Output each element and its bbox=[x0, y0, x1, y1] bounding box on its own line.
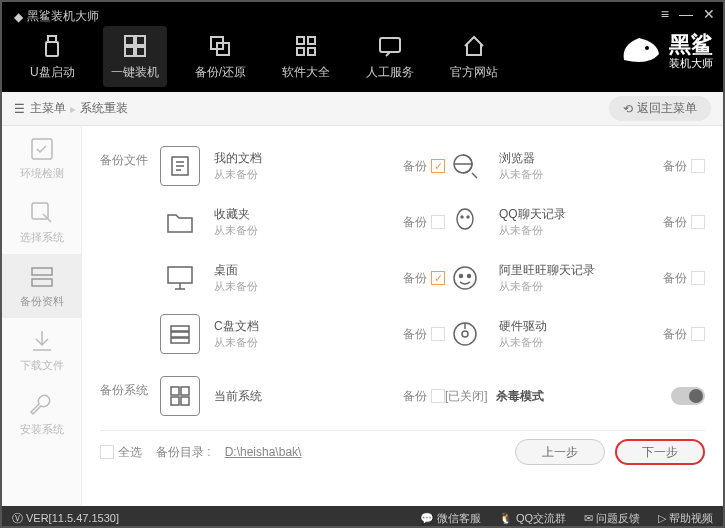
desktop-icon bbox=[160, 258, 200, 298]
grid-icon bbox=[282, 32, 330, 60]
sidebar-item-env[interactable]: 环境检测 bbox=[2, 126, 81, 190]
kill-toggle[interactable] bbox=[671, 387, 705, 405]
checkbox[interactable]: ✓ bbox=[431, 159, 445, 173]
return-button[interactable]: ⟲ 返回主菜单 bbox=[609, 96, 711, 121]
bottom-bar: 全选 备份目录 : D:\heisha\bak\ 上一步 下一步 bbox=[100, 430, 705, 473]
windows-icon bbox=[111, 32, 159, 60]
nav-install[interactable]: 一键装机 bbox=[103, 26, 167, 87]
nav-website[interactable]: 官方网站 bbox=[442, 26, 506, 87]
drive-icon bbox=[160, 314, 200, 354]
header: ◆ 黑鲨装机大师 ≡ — ✕ U盘启动 一键装机 备份/还原 软件大全 人工服务 bbox=[2, 2, 723, 92]
wrench-icon bbox=[29, 392, 55, 418]
svg-rect-17 bbox=[32, 279, 52, 286]
window-controls: ≡ — ✕ bbox=[661, 6, 715, 22]
svg-rect-12 bbox=[380, 38, 400, 52]
menu-icon[interactable]: ≡ bbox=[661, 6, 669, 22]
footer-wechat[interactable]: 💬 微信客服 bbox=[420, 511, 481, 526]
svg-point-30 bbox=[460, 275, 463, 278]
svg-point-31 bbox=[468, 275, 471, 278]
checkbox[interactable] bbox=[691, 271, 705, 285]
svg-rect-5 bbox=[136, 47, 145, 56]
sidebar-item-backup[interactable]: 备份资料 bbox=[2, 254, 81, 318]
svg-rect-8 bbox=[297, 37, 304, 44]
chat-icon bbox=[366, 32, 414, 60]
folder-icon bbox=[160, 202, 200, 242]
nav-software[interactable]: 软件大全 bbox=[274, 26, 338, 87]
document-icon bbox=[160, 146, 200, 186]
qq-icon bbox=[445, 202, 485, 242]
item-name: 浏览器 bbox=[499, 150, 663, 167]
next-button[interactable]: 下一步 bbox=[615, 439, 705, 465]
nav-backup[interactable]: 备份/还原 bbox=[187, 26, 254, 87]
footer-feedback[interactable]: ✉ 问题反馈 bbox=[584, 511, 640, 526]
svg-rect-32 bbox=[171, 326, 189, 331]
section-system-title: 备份系统 bbox=[100, 368, 160, 424]
sidebar: 环境检测 选择系统 备份资料 下载文件 安装系统 bbox=[2, 126, 82, 506]
svg-rect-34 bbox=[171, 338, 189, 343]
return-icon: ⟲ bbox=[623, 102, 633, 116]
svg-rect-10 bbox=[297, 48, 304, 55]
checkbox[interactable] bbox=[691, 327, 705, 341]
svg-point-24 bbox=[461, 216, 463, 218]
footer: Ⓥ VER[11.5.47.1530] 💬 微信客服 🐧 QQ交流群 ✉ 问题反… bbox=[2, 506, 723, 528]
minimize-icon[interactable]: — bbox=[679, 6, 693, 22]
home-icon bbox=[450, 32, 498, 60]
svg-rect-39 bbox=[181, 387, 189, 395]
breadcrumb-home[interactable]: 主菜单 bbox=[30, 100, 66, 117]
nav-tabs: U盘启动 一键装机 备份/还原 软件大全 人工服务 官方网站 bbox=[22, 26, 506, 87]
shark-icon bbox=[619, 30, 663, 74]
section-files-title: 备份文件 bbox=[100, 138, 160, 362]
kill-label: 杀毒模式 bbox=[496, 388, 544, 405]
svg-point-36 bbox=[462, 331, 468, 337]
nav-usb[interactable]: U盘启动 bbox=[22, 26, 83, 87]
server-icon bbox=[29, 264, 55, 290]
svg-rect-33 bbox=[171, 332, 189, 337]
nav-service[interactable]: 人工服务 bbox=[358, 26, 422, 87]
item-sub: 从未备份 bbox=[214, 167, 403, 182]
usb-icon bbox=[30, 32, 75, 60]
menu-icon[interactable] bbox=[14, 102, 26, 116]
item-sub: 从未备份 bbox=[499, 167, 663, 182]
svg-rect-9 bbox=[308, 37, 315, 44]
svg-point-29 bbox=[454, 267, 476, 289]
svg-rect-41 bbox=[181, 397, 189, 405]
app-title: ◆ 黑鲨装机大师 bbox=[14, 8, 99, 25]
prev-button[interactable]: 上一步 bbox=[515, 439, 605, 465]
check-icon bbox=[29, 136, 55, 162]
checkbox[interactable] bbox=[431, 327, 445, 341]
footer-qq[interactable]: 🐧 QQ交流群 bbox=[499, 511, 566, 526]
wangwang-icon bbox=[445, 258, 485, 298]
sidebar-item-download[interactable]: 下载文件 bbox=[2, 318, 81, 382]
main-content: 备份文件 我的文档从未备份 备份 ✓ 浏览器从未备份 备份 bbox=[82, 126, 723, 506]
svg-rect-38 bbox=[171, 387, 179, 395]
checkbox[interactable] bbox=[431, 215, 445, 229]
app-icon: ◆ bbox=[14, 10, 23, 24]
system-icon bbox=[160, 376, 200, 416]
svg-rect-26 bbox=[168, 267, 192, 283]
sidebar-item-install[interactable]: 安装系统 bbox=[2, 382, 81, 446]
svg-rect-2 bbox=[125, 36, 134, 45]
download-icon bbox=[29, 328, 55, 354]
checkbox[interactable]: ✓ bbox=[431, 271, 445, 285]
backup-path-link[interactable]: D:\heisha\bak\ bbox=[225, 445, 302, 459]
version-label: Ⓥ VER[11.5.47.1530] bbox=[12, 511, 119, 526]
svg-rect-40 bbox=[171, 397, 179, 405]
sidebar-item-select[interactable]: 选择系统 bbox=[2, 190, 81, 254]
svg-point-23 bbox=[457, 209, 473, 229]
select-all-checkbox[interactable] bbox=[100, 445, 114, 459]
svg-rect-16 bbox=[32, 268, 52, 275]
item-name: 我的文档 bbox=[214, 150, 403, 167]
cursor-icon bbox=[29, 200, 55, 226]
checkbox[interactable] bbox=[691, 159, 705, 173]
svg-rect-3 bbox=[136, 36, 145, 45]
footer-help[interactable]: ▷ 帮助视频 bbox=[658, 511, 713, 526]
svg-rect-11 bbox=[308, 48, 315, 55]
copy-icon bbox=[195, 32, 246, 60]
chevron-right-icon: ▸ bbox=[70, 102, 76, 116]
disk-icon bbox=[445, 314, 485, 354]
checkbox[interactable] bbox=[431, 389, 445, 403]
svg-point-13 bbox=[645, 46, 649, 50]
kill-status: [已关闭] bbox=[445, 388, 488, 405]
close-icon[interactable]: ✕ bbox=[703, 6, 715, 22]
checkbox[interactable] bbox=[691, 215, 705, 229]
